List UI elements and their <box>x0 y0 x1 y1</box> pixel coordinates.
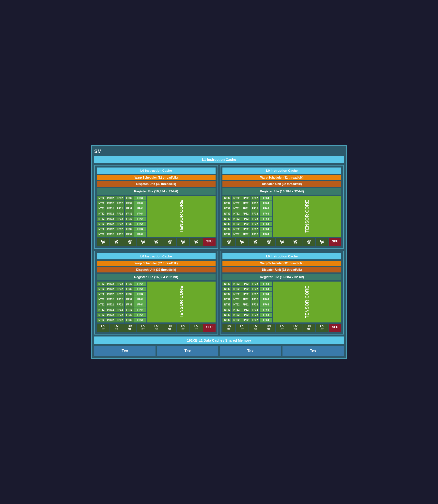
unit-row: INT32 INT32 FP32 FP32 FP64 <box>222 318 272 322</box>
int32-cell: INT32 <box>106 196 115 201</box>
fp64-cell: FP64 <box>260 201 272 206</box>
unit-row: INT32 INT32 FP32 FP32 FP64 <box>222 217 272 221</box>
ldst-cell: LD/ST <box>236 324 249 332</box>
unit-row: INT32 INT32 FP32 FP32 FP64 <box>97 201 146 206</box>
fp32-cell: FP32 <box>250 201 259 206</box>
unit-row: INT32 INT32 FP32 FP32 FP64 <box>97 287 146 291</box>
int32-cell: INT32 <box>222 217 231 221</box>
unit-row: INT32 INT32 FP32 FP32 FP64 <box>222 292 272 297</box>
ldst-cell: LD/ST <box>262 238 275 246</box>
int32-cell: INT32 <box>97 318 106 322</box>
int32-cell: INT32 <box>232 292 241 297</box>
ldst-cell: LD/ST <box>190 238 203 246</box>
int32-cell: INT32 <box>232 227 241 232</box>
unit-row: INT32 INT32 FP32 FP32 FP64 <box>97 307 146 312</box>
fp32-cell: FP32 <box>250 206 259 211</box>
fp32-cell: FP32 <box>250 222 259 226</box>
fp32-cell: FP32 <box>250 196 259 201</box>
int32-cell: INT32 <box>106 227 115 232</box>
int32-cell: INT32 <box>222 302 231 307</box>
fp64-cell: FP64 <box>134 206 146 211</box>
fp32-cell: FP32 <box>115 217 124 221</box>
int32-cell: INT32 <box>106 302 115 307</box>
fp32-cell: FP32 <box>241 302 250 307</box>
int32-cell: INT32 <box>232 307 241 312</box>
fp64-cell: FP64 <box>260 313 272 317</box>
unit-row: INT32 INT32 FP32 FP32 FP64 <box>97 232 146 237</box>
fp32-cell: FP32 <box>241 206 250 211</box>
int32-cell: INT32 <box>97 196 106 201</box>
unit-row: INT32 INT32 FP32 FP32 FP64 <box>97 211 146 216</box>
warp-scheduler-0: Warp Scheduler (32 thread/clk) <box>97 175 216 180</box>
fp64-cell: FP64 <box>260 292 272 297</box>
bottom-row-2: LD/ST LD/ST LD/ST LD/ST LD/ST LD/ST LD/S… <box>97 324 216 332</box>
ldst-cell: LD/ST <box>302 238 315 246</box>
int32-cell: INT32 <box>232 318 241 322</box>
int32-cell: INT32 <box>106 292 115 297</box>
dispatch-unit-0: Dispatch Unit (32 thread/clk) <box>97 181 216 187</box>
fp32-cell: FP32 <box>125 222 134 226</box>
int32-cell: INT32 <box>106 307 115 312</box>
ldst-cell: LD/ST <box>110 238 123 246</box>
fp32-cell: FP32 <box>125 201 134 206</box>
fp32-cell: FP32 <box>250 292 259 297</box>
bottom-row-1: LD/ST LD/ST LD/ST LD/ST LD/ST LD/ST LD/S… <box>222 238 341 246</box>
unit-row: INT32 INT32 FP32 FP32 FP64 <box>97 217 146 221</box>
dispatch-unit-2: Dispatch Unit (32 thread/clk) <box>97 267 216 272</box>
fp32-cell: FP32 <box>115 206 124 211</box>
fp32-cell: FP32 <box>250 287 259 291</box>
fp32-cell: FP32 <box>241 287 250 291</box>
ldst-cell: LD/ST <box>110 324 123 332</box>
bottom-row-units: L0 Instruction Cache Warp Scheduler (32 … <box>94 251 344 335</box>
units-cols-2: INT32 INT32 FP32 FP32 FP64 INT32 INT32 F… <box>97 282 146 322</box>
fp32-cell: FP32 <box>125 206 134 211</box>
fp64-cell: FP64 <box>260 297 272 302</box>
fp32-cell: FP32 <box>241 297 250 302</box>
sfu-1: SFU <box>329 238 341 246</box>
int32-cell: INT32 <box>222 196 231 201</box>
fp32-cell: FP32 <box>125 232 134 237</box>
fp64-cell: FP64 <box>260 287 272 291</box>
fp32-cell: FP32 <box>241 201 250 206</box>
ldst-cell: LD/ST <box>276 324 289 332</box>
fp32-cell: FP32 <box>125 313 134 317</box>
fp64-cell: FP64 <box>134 201 146 206</box>
ldst-cell: LD/ST <box>150 238 163 246</box>
int32-cell: INT32 <box>97 206 106 211</box>
unit-row: INT32 INT32 FP32 FP32 FP64 <box>97 206 146 211</box>
unit-row: INT32 INT32 FP32 FP32 FP64 <box>222 287 272 291</box>
int32-cell: INT32 <box>97 217 106 221</box>
fp32-cell: FP32 <box>250 318 259 322</box>
int32-cell: INT32 <box>222 313 231 317</box>
int32-cell: INT32 <box>106 313 115 317</box>
sm-unit-3: L0 Instruction Cache Warp Scheduler (32 … <box>220 251 344 335</box>
l0-cache-3: L0 Instruction Cache <box>222 253 341 259</box>
unit-row: INT32 INT32 FP32 FP32 FP64 <box>97 227 146 232</box>
int32-cell: INT32 <box>222 206 231 211</box>
fp32-cell: FP32 <box>241 232 250 237</box>
fp32-cell: FP32 <box>115 227 124 232</box>
fp32-cell: FP32 <box>125 307 134 312</box>
int32-cell: INT32 <box>232 211 241 216</box>
unit-row: INT32 INT32 FP32 FP32 FP64 <box>222 206 272 211</box>
ldst-cell: LD/ST <box>163 238 176 246</box>
int32-cell: INT32 <box>106 232 115 237</box>
fp32-cell: FP32 <box>241 211 250 216</box>
fp64-cell: FP64 <box>134 318 146 322</box>
ldst-cell: LD/ST <box>163 324 176 332</box>
unit-row: INT32 INT32 FP32 FP32 FP64 <box>222 307 272 312</box>
compute-area-1: INT32 INT32 FP32 FP32 FP64 INT32 INT32 F… <box>222 196 341 237</box>
int32-cell: INT32 <box>106 217 115 221</box>
int32-cell: INT32 <box>106 287 115 291</box>
fp32-cell: FP32 <box>115 196 124 201</box>
register-file-1: Register File (16,384 x 32-bit) <box>222 188 341 195</box>
fp64-cell: FP64 <box>134 313 146 317</box>
fp32-cell: FP32 <box>241 313 250 317</box>
ldst-cell: LD/ST <box>316 238 328 246</box>
fp32-cell: FP32 <box>250 297 259 302</box>
fp32-cell: FP32 <box>115 282 124 286</box>
register-file-2: Register File (16,384 x 32-bit) <box>97 274 216 280</box>
fp32-cell: FP32 <box>241 227 250 232</box>
int32-cell: INT32 <box>232 302 241 307</box>
int32-cell: INT32 <box>97 232 106 237</box>
